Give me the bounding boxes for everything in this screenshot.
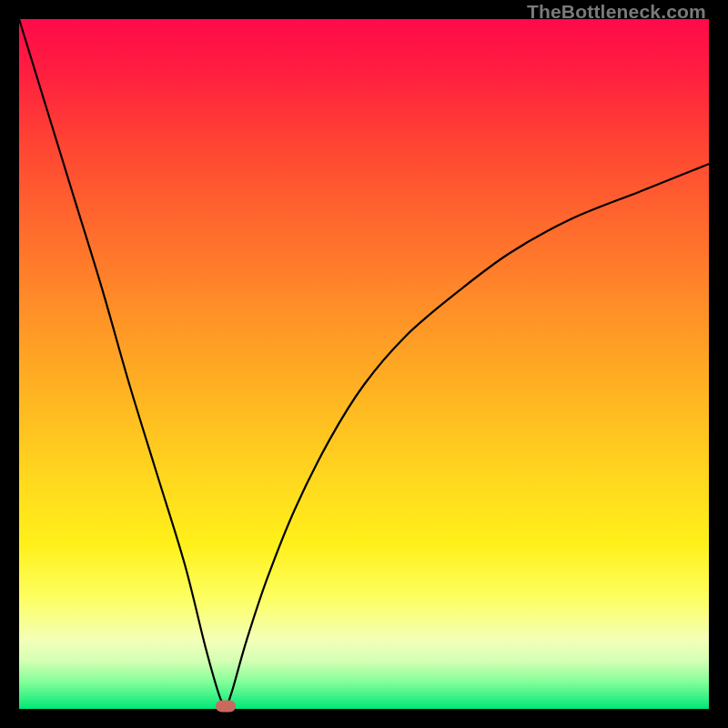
chart-frame — [19, 19, 709, 709]
chart-background-gradient — [19, 19, 709, 709]
watermark-text: TheBottleneck.com — [527, 1, 706, 23]
